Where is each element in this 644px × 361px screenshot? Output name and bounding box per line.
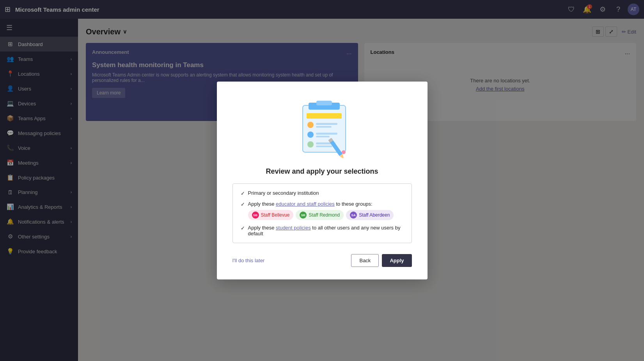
educator-text-before: Apply these xyxy=(248,201,276,207)
svg-rect-5 xyxy=(316,123,337,125)
svg-point-10 xyxy=(307,141,314,148)
svg-rect-2 xyxy=(316,101,332,105)
checkmark-icon: ✓ xyxy=(241,201,245,207)
tag-staff-bellevue[interactable]: SB Staff Bellevue xyxy=(248,210,294,220)
avatar-sb: SB xyxy=(252,212,259,219)
modal-footer: I'll do this later Back Apply xyxy=(232,254,412,267)
svg-point-16 xyxy=(342,150,346,154)
back-button[interactable]: Back xyxy=(351,254,379,267)
modal-overlay: Review and apply your selections ✓ Prima… xyxy=(0,0,644,361)
avatar-sa: SA xyxy=(350,212,357,219)
educator-text-after: to these groups: xyxy=(335,201,373,207)
svg-point-4 xyxy=(307,122,314,128)
check-item-educator: ✓ Apply these educator and staff policie… xyxy=(241,201,404,220)
check-item-institution: ✓ Primary or secondary institution xyxy=(241,190,404,196)
avatar-sr: SR xyxy=(300,212,307,219)
checkmark-icon: ✓ xyxy=(241,190,245,196)
tag-staff-redmond-label: Staff Redmond xyxy=(309,212,340,218)
modal-checklist: ✓ Primary or secondary institution ✓ App… xyxy=(232,183,412,243)
svg-rect-6 xyxy=(316,126,332,128)
modal-buttons: Back Apply xyxy=(351,254,412,267)
modal-title: Review and apply your selections xyxy=(232,167,412,176)
modal-illustration xyxy=(232,96,412,158)
svg-rect-12 xyxy=(316,146,332,147)
student-text-before: Apply these xyxy=(248,225,276,231)
svg-point-7 xyxy=(307,132,314,138)
apply-button[interactable]: Apply xyxy=(382,254,412,267)
educator-groups-tags: SB Staff Bellevue SR Staff Redmond SA St… xyxy=(248,210,394,220)
educator-policies-link[interactable]: educator and staff policies xyxy=(276,201,335,207)
svg-rect-3 xyxy=(307,113,342,119)
check-item-educator-content: Apply these educator and staff policies … xyxy=(248,201,394,220)
skip-link[interactable]: I'll do this later xyxy=(232,258,265,263)
student-policies-link[interactable]: student policies xyxy=(276,225,311,231)
check-item-institution-text: Primary or secondary institution xyxy=(248,190,319,196)
tag-staff-redmond[interactable]: SR Staff Redmond xyxy=(296,210,344,220)
modal: Review and apply your selections ✓ Prima… xyxy=(217,82,428,279)
checkmark-icon: ✓ xyxy=(241,225,245,231)
tag-staff-aberdeen[interactable]: SA Staff Aberdeen xyxy=(346,210,394,220)
tag-staff-bellevue-label: Staff Bellevue xyxy=(261,212,290,218)
tag-staff-aberdeen-label: Staff Aberdeen xyxy=(359,212,390,218)
check-item-student: ✓ Apply these student policies to all ot… xyxy=(241,225,404,237)
svg-rect-8 xyxy=(316,133,337,135)
svg-rect-9 xyxy=(316,136,330,137)
check-item-student-content: Apply these student policies to all othe… xyxy=(248,225,404,237)
